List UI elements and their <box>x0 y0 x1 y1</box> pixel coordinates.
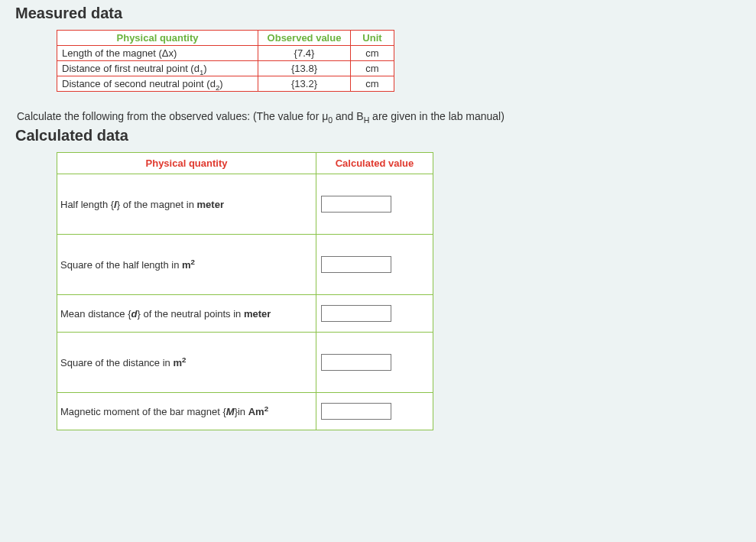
half-length-sq-input[interactable] <box>321 256 391 273</box>
calculated-val-cell <box>316 393 433 430</box>
calculated-header-row: Physical quantity Calculated value <box>57 153 433 174</box>
measured-header-row: Physical quantity Observed value Unit <box>57 31 394 46</box>
calculated-row: Square of the distance in m2 <box>57 333 433 393</box>
calculated-row: Half length {l} of the magnet in meter <box>57 174 433 235</box>
measured-table: Physical quantity Observed value Unit Le… <box>57 30 394 92</box>
mean-distance-input[interactable] <box>321 305 391 322</box>
instruction-text: Calculate the following from the observe… <box>17 110 741 122</box>
measured-header-qty: Physical quantity <box>57 31 258 46</box>
measured-qty: Length of the magnet (Δx) <box>57 46 258 61</box>
calculated-header-val: Calculated value <box>316 153 433 174</box>
measured-header-val: Observed value <box>258 31 351 46</box>
measured-qty: Distance of first neutral point (d1) <box>57 61 258 76</box>
calculated-qty: Magnetic moment of the bar magnet {M}in … <box>57 393 316 430</box>
calculated-qty: Square of the distance in m2 <box>57 333 316 393</box>
measured-unit: cm <box>351 76 394 92</box>
calculated-val-cell <box>316 235 433 295</box>
measured-val: {13.8} <box>258 61 351 76</box>
calculated-val-cell <box>316 295 433 333</box>
measured-title: Measured data <box>15 5 741 22</box>
calculated-val-cell <box>316 333 433 393</box>
measured-val: {7.4} <box>258 46 351 61</box>
magnetic-moment-input[interactable] <box>321 403 391 420</box>
calculated-qty: Half length {l} of the magnet in meter <box>57 174 316 235</box>
measured-row: Distance of second neutral point (d2) {1… <box>57 76 394 92</box>
half-length-input[interactable] <box>321 196 391 213</box>
measured-header-unit: Unit <box>351 31 394 46</box>
calculated-table: Physical quantity Calculated value Half … <box>57 152 433 430</box>
measured-val: {13.2} <box>258 76 351 92</box>
calculated-qty: Mean distance {d} of the neutral points … <box>57 295 316 333</box>
measured-unit: cm <box>351 61 394 76</box>
measured-unit: cm <box>351 46 394 61</box>
calculated-row: Square of the half length in m2 <box>57 235 433 295</box>
calculated-row: Mean distance {d} of the neutral points … <box>57 295 433 333</box>
calculated-title: Calculated data <box>15 127 741 144</box>
measured-row: Distance of first neutral point (d1) {13… <box>57 61 394 76</box>
calculated-row: Magnetic moment of the bar magnet {M}in … <box>57 393 433 430</box>
distance-sq-input[interactable] <box>321 354 391 371</box>
calculated-header-qty: Physical quantity <box>57 153 316 174</box>
measured-row: Length of the magnet (Δx) {7.4} cm <box>57 46 394 61</box>
calculated-qty: Square of the half length in m2 <box>57 235 316 295</box>
calculated-val-cell <box>316 174 433 235</box>
measured-qty: Distance of second neutral point (d2) <box>57 76 258 92</box>
